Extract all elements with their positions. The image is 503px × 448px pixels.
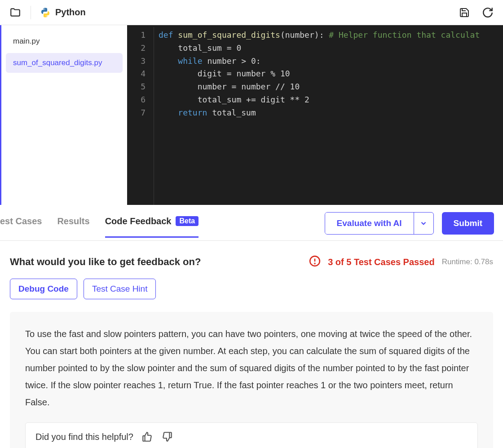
evaluate-button[interactable]: Evaluate with AI (325, 213, 414, 234)
tab-label: Results (57, 216, 89, 226)
line-gutter: 1234567 (127, 27, 154, 205)
chevron-down-icon (419, 219, 428, 227)
tabs-actions: Evaluate with AI Submit (325, 212, 494, 242)
topbar: Python (0, 0, 503, 25)
feedback-text: To use the fast and slow pointers patter… (25, 325, 478, 411)
feedback-actions: Debug Code Test Case Hint (10, 279, 493, 299)
helpful-row: Did you find this helpful? (25, 422, 478, 448)
file-item-helper[interactable]: sum_of_squared_digits.py (6, 53, 123, 73)
language-selector[interactable]: Python (40, 7, 86, 18)
feedback-status: 3 of 5 Test Cases Passed Runtime: 0.78s (309, 255, 493, 269)
tab-test-cases[interactable]: est Cases (0, 216, 42, 238)
evaluate-dropdown[interactable] (414, 213, 433, 234)
feedback-header: What would you like to get feedback on? … (10, 255, 493, 269)
code-editor[interactable]: 1234567 def sum_of_squared_digits(number… (127, 25, 503, 205)
submit-button[interactable]: Submit (442, 212, 494, 235)
tab-label: Code Feedback (105, 216, 172, 226)
file-sidebar: main.py sum_of_squared_digits.py (1, 25, 127, 205)
folder-icon[interactable] (9, 6, 22, 19)
python-logo-icon (40, 7, 51, 18)
test-case-status: 3 of 5 Test Cases Passed (328, 257, 435, 267)
tab-code-feedback[interactable]: Code Feedback Beta (105, 216, 199, 238)
topbar-left: Python (9, 6, 451, 19)
code-content[interactable]: def sum_of_squared_digits(number): # Hel… (159, 27, 503, 205)
thumbs-up-icon[interactable] (141, 431, 153, 443)
refresh-icon[interactable] (481, 6, 494, 19)
tabs-left: est Cases Results Code Feedback Beta (0, 213, 325, 240)
thumbs-down-icon[interactable] (161, 431, 173, 443)
helpful-prompt: Did you find this helpful? (35, 432, 133, 442)
editor-row: main.py sum_of_squared_digits.py 1234567… (0, 25, 503, 205)
feedback-section: What would you like to get feedback on? … (0, 241, 503, 448)
alert-icon (309, 255, 321, 269)
beta-badge: Beta (176, 216, 199, 226)
language-label: Python (55, 7, 86, 18)
file-item-main[interactable]: main.py (6, 31, 123, 51)
topbar-right (458, 6, 494, 19)
feedback-card: To use the fast and slow pointers patter… (10, 312, 493, 448)
evaluate-group: Evaluate with AI (325, 212, 434, 235)
tab-label: est Cases (0, 216, 42, 226)
save-icon[interactable] (458, 6, 471, 19)
debug-code-button[interactable]: Debug Code (10, 279, 77, 299)
test-case-hint-button[interactable]: Test Case Hint (84, 279, 156, 299)
feedback-title: What would you like to get feedback on? (10, 256, 201, 268)
tab-results[interactable]: Results (57, 216, 89, 238)
runtime-label: Runtime: 0.78s (442, 257, 493, 266)
divider (31, 6, 31, 19)
svg-point-2 (315, 263, 315, 264)
tabs-row: est Cases Results Code Feedback Beta Eva… (0, 205, 503, 241)
